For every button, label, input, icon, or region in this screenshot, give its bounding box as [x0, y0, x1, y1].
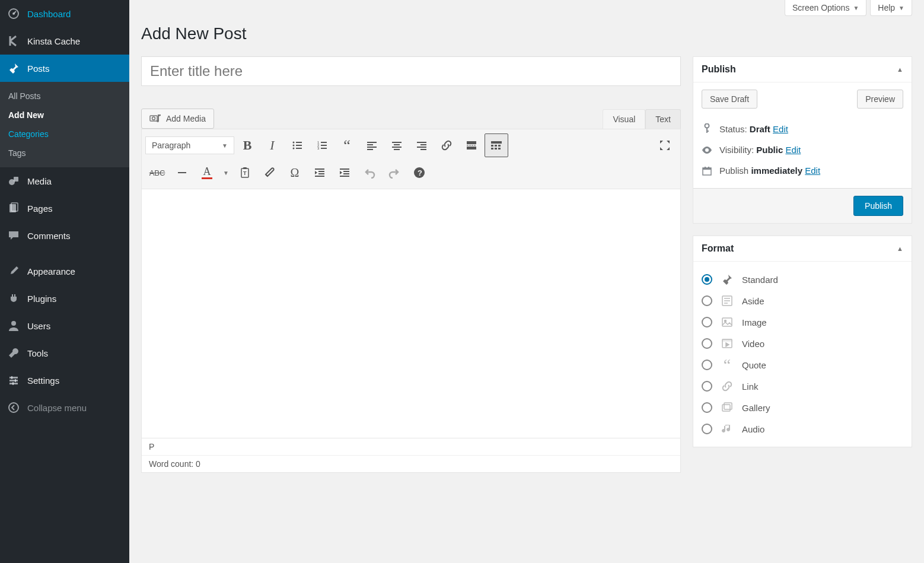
editor-tab-text[interactable]: Text	[645, 109, 681, 129]
radio-icon	[702, 295, 712, 306]
special-char-button[interactable]: Ω	[283, 161, 307, 185]
align-right-button[interactable]	[410, 133, 434, 157]
text-color-dropdown[interactable]: ▼	[220, 161, 232, 185]
caret-down-icon: ▼	[898, 5, 904, 11]
sidebar-collapse[interactable]: Collapse menu	[0, 394, 129, 421]
sidebar-item-users[interactable]: Users	[0, 312, 129, 339]
format-option-aside[interactable]: Aside	[702, 290, 903, 311]
svg-text:T: T	[243, 170, 247, 176]
align-left-button[interactable]	[360, 133, 384, 157]
svg-rect-61	[340, 168, 349, 170]
clear-formatting-button[interactable]	[258, 161, 282, 185]
metabox-title: Publish	[702, 64, 736, 75]
sidebar-label: Pages	[27, 203, 53, 214]
help-tab[interactable]: Help ▼	[870, 0, 912, 16]
post-title-input[interactable]	[141, 56, 681, 86]
sidebar-item-posts[interactable]: Posts	[0, 55, 129, 82]
submenu-categories[interactable]: Categories	[0, 125, 129, 144]
fullscreen-button[interactable]	[653, 133, 677, 157]
svg-rect-27	[321, 148, 327, 149]
sidebar-label: Plugins	[27, 294, 56, 304]
format-label: Image	[742, 317, 767, 327]
link-button[interactable]	[435, 133, 458, 157]
align-center-button[interactable]	[385, 133, 409, 157]
svg-text:?: ?	[418, 168, 422, 177]
bullet-list-button[interactable]	[285, 133, 309, 157]
screen-options-tab[interactable]: Screen Options ▼	[785, 0, 866, 16]
svg-point-1	[12, 12, 15, 15]
editor-toolbar: Paragraph ▼ B I 123 “	[141, 129, 681, 189]
outdent-button[interactable]	[308, 161, 332, 185]
number-list-button[interactable]: 123	[310, 133, 334, 157]
svg-rect-47	[491, 145, 493, 147]
svg-rect-10	[11, 376, 12, 379]
preview-button[interactable]: Preview	[857, 90, 903, 109]
svg-rect-23	[321, 142, 327, 143]
format-option-image[interactable]: Image	[702, 311, 903, 333]
italic-button[interactable]: I	[260, 133, 284, 157]
sidebar-item-settings[interactable]: Settings	[0, 367, 129, 394]
format-option-quote[interactable]: “ Quote	[702, 354, 903, 376]
format-option-gallery[interactable]: Gallery	[702, 397, 903, 418]
edit-visibility-link[interactable]: Edit	[785, 145, 801, 155]
svg-rect-12	[12, 382, 14, 385]
sidebar-item-pages[interactable]: Pages	[0, 195, 129, 222]
svg-rect-78	[722, 318, 732, 326]
svg-rect-83	[724, 403, 732, 409]
sidebar-label: Posts	[27, 63, 50, 74]
paste-text-button[interactable]: T	[233, 161, 257, 185]
submenu-tags[interactable]: Tags	[0, 144, 129, 163]
svg-rect-57	[315, 168, 324, 170]
horizontal-rule-button[interactable]	[170, 161, 194, 185]
sidebar-item-kinsta[interactable]: Kinsta Cache	[0, 27, 129, 55]
undo-button[interactable]	[358, 161, 381, 185]
content-editor[interactable]	[141, 189, 681, 438]
format-option-link[interactable]: Link	[702, 376, 903, 397]
svg-rect-8	[9, 380, 18, 381]
format-option-video[interactable]: Video	[702, 333, 903, 354]
svg-rect-53	[178, 172, 186, 173]
strikethrough-button[interactable]: ABC	[145, 161, 169, 185]
editor-tab-visual[interactable]: Visual	[603, 109, 645, 129]
svg-rect-72	[705, 167, 706, 168]
submenu-all-posts[interactable]: All Posts	[0, 87, 129, 106]
calendar-icon	[702, 166, 712, 176]
bold-button[interactable]: B	[235, 133, 259, 157]
format-label: Quote	[742, 360, 766, 370]
user-icon	[7, 319, 20, 332]
svg-rect-51	[495, 148, 497, 150]
metabox-toggle[interactable]: ▲	[897, 66, 903, 73]
pin-icon	[7, 62, 20, 75]
read-more-button[interactable]	[460, 133, 483, 157]
button-label: Add Media	[166, 114, 206, 123]
publish-button[interactable]: Publish	[853, 196, 903, 216]
submenu-add-new[interactable]: Add New	[0, 106, 129, 125]
blockquote-button[interactable]: “	[335, 133, 359, 157]
sidebar-item-media[interactable]: Media	[0, 167, 129, 195]
svg-point-20	[293, 148, 295, 150]
help-button[interactable]: ?	[407, 161, 431, 185]
sidebar-item-tools[interactable]: Tools	[0, 339, 129, 367]
camera-music-icon	[149, 113, 161, 124]
status-value: Draft	[750, 124, 770, 134]
sidebar-item-plugins[interactable]: Plugins	[0, 285, 129, 312]
format-option-standard[interactable]: Standard	[702, 269, 903, 290]
save-draft-button[interactable]: Save Draft	[702, 90, 757, 109]
format-select[interactable]: Paragraph ▼	[145, 136, 234, 154]
tab-label: Help	[878, 3, 895, 12]
sidebar-item-appearance[interactable]: Appearance	[0, 257, 129, 285]
key-icon	[702, 123, 712, 134]
toolbar-toggle-button[interactable]	[485, 133, 508, 157]
redo-button[interactable]	[383, 161, 406, 185]
pages-icon	[7, 202, 20, 215]
edit-schedule-link[interactable]: Edit	[805, 166, 820, 176]
indent-button[interactable]	[333, 161, 356, 185]
format-option-audio[interactable]: Audio	[702, 418, 903, 440]
metabox-toggle[interactable]: ▲	[897, 245, 903, 252]
sidebar-item-dashboard[interactable]: Dashboard	[0, 0, 129, 27]
edit-status-link[interactable]: Edit	[773, 124, 788, 134]
text-color-button[interactable]: A	[195, 161, 219, 185]
add-media-button[interactable]: Add Media	[141, 109, 214, 129]
svg-point-16	[293, 142, 295, 144]
sidebar-item-comments[interactable]: Comments	[0, 222, 129, 249]
